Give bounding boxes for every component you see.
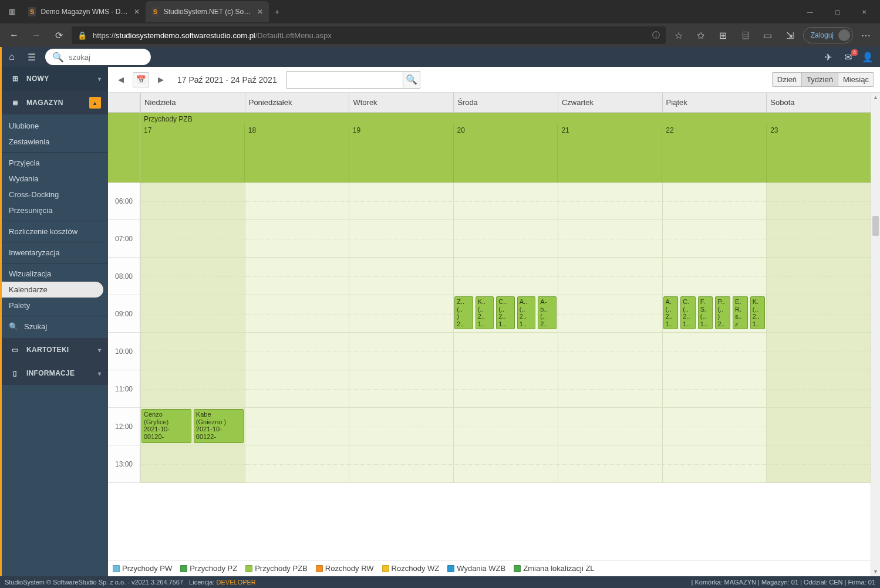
- calendar-event[interactable]: K..(..2..1..: [476, 296, 494, 329]
- calendar-event[interactable]: Z..(..)2..: [454, 296, 473, 329]
- sidebar-item-zestawienia[interactable]: Zestawienia: [2, 134, 108, 150]
- time-cell[interactable]: [662, 408, 767, 445]
- view-day[interactable]: Dzień: [773, 73, 801, 86]
- favorites-icon[interactable]: ✩: [692, 26, 710, 45]
- datepicker-button[interactable]: 📅: [133, 72, 149, 87]
- time-cell[interactable]: [766, 183, 871, 220]
- login-button[interactable]: Zaloguj: [803, 27, 853, 43]
- reload-button[interactable]: ⟳: [49, 26, 68, 45]
- allday-cell[interactable]: 23: [766, 124, 871, 182]
- calendar-event[interactable]: K.(..2..1..: [750, 296, 766, 329]
- time-cell[interactable]: [662, 220, 767, 258]
- tab-actions-icon[interactable]: ▥: [4, 4, 20, 20]
- forward-button[interactable]: →: [27, 26, 46, 45]
- sidebar-item-wizualizacja[interactable]: Wizualizacja: [2, 266, 108, 282]
- calendar-search-button[interactable]: 🔍: [403, 71, 420, 89]
- time-cell[interactable]: [453, 370, 558, 408]
- allday-cell[interactable]: 17: [140, 124, 244, 182]
- sidebar-item-szukaj[interactable]: 🔍 Szukaj: [2, 319, 108, 334]
- calendar-search-input[interactable]: [286, 71, 403, 89]
- time-cell[interactable]: [766, 445, 871, 483]
- calendar-event[interactable]: A.(..2..1..: [663, 296, 679, 329]
- time-cell[interactable]: [245, 295, 349, 333]
- sidebar-item-przesuniecia[interactable]: Przesunięcia: [2, 202, 108, 218]
- sidebar-item-inwentaryzacja[interactable]: Inwentaryzacja: [2, 245, 108, 261]
- close-icon[interactable]: ✕: [134, 8, 140, 16]
- sidebar-item-ulubione[interactable]: Ulubione: [2, 118, 108, 134]
- calendar-event[interactable]: Cenzo(Gryfice)2021-10-00120-: [141, 409, 191, 443]
- time-cell[interactable]: [453, 445, 558, 483]
- extensions-icon[interactable]: ⌸: [736, 26, 755, 45]
- allday-cell[interactable]: 21: [557, 124, 662, 182]
- scroll-thumb[interactable]: [872, 216, 879, 236]
- time-cell[interactable]: [662, 333, 767, 370]
- mail-icon[interactable]: ✉4: [841, 50, 854, 63]
- time-cell[interactable]: [349, 445, 453, 483]
- scroll-down-icon[interactable]: ▼: [871, 567, 880, 576]
- search-input[interactable]: [69, 53, 167, 62]
- sidebar-item-crossdocking[interactable]: Cross-Docking: [2, 187, 108, 202]
- license-link[interactable]: DEVELOPER: [217, 579, 256, 586]
- calendar-scrollbar[interactable]: ▲ ▼: [871, 93, 880, 576]
- time-cell[interactable]: [766, 295, 871, 333]
- next-button[interactable]: ▶: [154, 73, 168, 87]
- time-cell[interactable]: [558, 295, 662, 333]
- global-search[interactable]: 🔍: [45, 49, 151, 65]
- time-cell[interactable]: [349, 220, 453, 258]
- time-cell[interactable]: [453, 220, 558, 258]
- time-cell[interactable]: [140, 445, 245, 483]
- sidebar-item-wydania[interactable]: Wydania: [2, 171, 108, 187]
- time-cell[interactable]: [245, 183, 349, 220]
- time-cell[interactable]: [662, 258, 767, 295]
- downloads-icon[interactable]: ⇲: [781, 26, 800, 45]
- calendar-event[interactable]: C.(..2..1..: [680, 296, 696, 329]
- time-cell[interactable]: [349, 183, 453, 220]
- time-cell[interactable]: [453, 333, 558, 370]
- calendar-event[interactable]: A-b..(..2..: [538, 296, 557, 329]
- sidebar-nowy-header[interactable]: ⊞ NOWY ▾: [2, 67, 108, 90]
- close-icon[interactable]: ✕: [257, 8, 263, 16]
- time-cell[interactable]: [558, 445, 662, 483]
- sidebar-item-rozliczenie[interactable]: Rozliczenie kosztów: [2, 224, 108, 239]
- allday-cell[interactable]: 19: [349, 124, 453, 182]
- time-cell[interactable]: [662, 445, 767, 483]
- view-month[interactable]: Miesiąc: [838, 73, 874, 86]
- time-cell[interactable]: [453, 183, 558, 220]
- time-cell[interactable]: [140, 295, 245, 333]
- info-icon[interactable]: ⓘ: [652, 30, 660, 40]
- time-cell[interactable]: [453, 258, 558, 295]
- address-bar[interactable]: 🔒 https://studiosystemdemo.softwarestudi…: [72, 26, 666, 44]
- time-cell[interactable]: [349, 370, 453, 408]
- sidebar-item-przyjecia[interactable]: Przyjęcia: [2, 155, 108, 171]
- scroll-up-icon[interactable]: ▲: [871, 93, 880, 102]
- time-cell[interactable]: [140, 370, 245, 408]
- time-cell[interactable]: [349, 258, 453, 295]
- user-icon[interactable]: 👤: [861, 50, 874, 63]
- menu-icon[interactable]: ☰: [22, 47, 42, 67]
- plane-icon[interactable]: ✈: [821, 50, 834, 63]
- minimize-icon[interactable]: —: [797, 2, 824, 21]
- time-cell[interactable]: [766, 258, 871, 295]
- sidebar-item-palety[interactable]: Palety: [2, 298, 108, 313]
- time-cell[interactable]: [245, 370, 349, 408]
- calendar-event[interactable]: C..(..2..1..: [496, 296, 515, 329]
- prev-button[interactable]: ◀: [114, 73, 128, 87]
- time-cell[interactable]: [245, 445, 349, 483]
- allday-cell[interactable]: 18: [244, 124, 349, 182]
- tab-wms[interactable]: S Demo Magazyn WMS - Demo o... ✕: [22, 1, 146, 22]
- time-cell[interactable]: [349, 408, 453, 445]
- close-window-icon[interactable]: ✕: [851, 2, 878, 21]
- time-cell[interactable]: [140, 220, 245, 258]
- time-cell[interactable]: [558, 258, 662, 295]
- time-cell[interactable]: [766, 370, 871, 408]
- calendar-event[interactable]: A..(..2..1..: [517, 296, 536, 329]
- sidebar-magazyn-header[interactable]: ≣ MAGAZYN ▴: [2, 91, 108, 114]
- home-icon[interactable]: ⌂: [2, 47, 22, 67]
- calendar-event[interactable]: E.R.s..z: [733, 296, 748, 329]
- tab-studio[interactable]: S StudioSystem.NET (c) SoftwareSt... ✕: [146, 1, 269, 22]
- time-cell[interactable]: [453, 408, 558, 445]
- time-cell[interactable]: [558, 370, 662, 408]
- calendar-event[interactable]: F.S.(..1..: [698, 296, 713, 329]
- time-cell[interactable]: [662, 370, 767, 408]
- maximize-icon[interactable]: ▢: [824, 2, 851, 21]
